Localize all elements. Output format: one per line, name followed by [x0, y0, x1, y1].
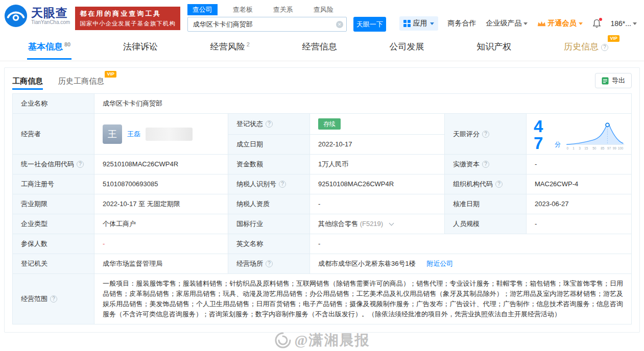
company-type-label: 企业类型 — [13, 214, 94, 234]
help-icon[interactable] — [482, 161, 489, 168]
subtab-business-registration[interactable]: 工商信息 — [12, 69, 43, 92]
search-tabs: 查公司 查老板 查关系 查风险 — [187, 4, 386, 15]
operator-cell: 王 王磊 — [94, 114, 228, 155]
clear-icon[interactable] — [336, 21, 343, 28]
label-text: 组织机构代码 — [453, 180, 493, 188]
label-text: 统一社会信用代码 — [21, 160, 74, 168]
tab-operation-risk[interactable]: 经营风险2 — [209, 39, 251, 60]
registration-number-label: 工商注册号 — [13, 174, 94, 194]
label-text: 人员规模 — [453, 220, 480, 228]
staff-size-label: 人员规模 — [445, 214, 527, 234]
taxpayer-qualification-label: 纳税人资质 — [228, 194, 310, 214]
search-tab-company[interactable]: 查公司 — [187, 4, 218, 15]
slogan-banner: 都在用的商业查询工具 国家中小企业发展子基金旗下机构 — [75, 7, 180, 30]
nav-account[interactable]: 186*... — [611, 19, 637, 28]
tab-operation-info[interactable]: 经营信息 — [301, 39, 338, 60]
tab-company-development[interactable]: 公司发展 — [388, 39, 425, 60]
nav-enterprise-products[interactable]: 企业级产品 — [486, 19, 528, 28]
org-code-label: 组织机构代码 — [445, 174, 527, 194]
tab-basic-info-label: 基本信息 — [28, 42, 63, 52]
help-icon[interactable] — [77, 161, 84, 168]
paid-capital-label: 实缴资本 — [445, 155, 527, 174]
nav-apps-label: 应用 — [413, 19, 427, 28]
english-name-value: - — [310, 234, 632, 254]
svg-text:3: 3 — [579, 146, 581, 149]
insured-count-value: - — [94, 234, 228, 254]
search-block: 查公司 查老板 查关系 查风险 天眼一下 — [187, 4, 386, 32]
tab-operation-risk-count: 2 — [247, 41, 250, 47]
nearby-companies-link[interactable]: 附近公司 — [426, 260, 453, 267]
slogan-line1: 都在用的商业查询工具 — [80, 9, 176, 18]
help-icon[interactable] — [495, 181, 503, 188]
staff-size-value: - — [527, 214, 632, 234]
svg-text:50: 50 — [592, 146, 597, 149]
tab-intellectual-property[interactable]: 知识产权 — [475, 39, 512, 60]
label-text: 经营场所 — [236, 260, 263, 267]
svg-text:97: 97 — [607, 146, 611, 149]
tab-history-info-label: 历史信息 — [564, 42, 599, 52]
export-doc-icon — [602, 77, 609, 85]
expand-chevron-icon[interactable] — [389, 221, 394, 226]
notification-bell-icon[interactable] — [592, 19, 601, 28]
tab-company-development-label: 公司发展 — [389, 42, 424, 52]
help-icon[interactable] — [266, 260, 273, 267]
tab-basic-info-count: 80 — [64, 41, 70, 47]
table-row: 经营范围 一般项目：服装服饰零售；服装辅料销售；针纺织品及原料销售；互联网销售（… — [13, 274, 632, 324]
operator-name-link[interactable]: 王磊 — [127, 129, 140, 139]
tab-legal-litigation[interactable]: 法律诉讼 — [122, 39, 159, 60]
brand-domain: TianYanCha.com — [31, 19, 70, 25]
operator-avatar[interactable]: 王 — [103, 124, 122, 144]
search-button[interactable]: 天眼一下 — [353, 17, 386, 32]
help-icon[interactable] — [601, 44, 608, 51]
search-input[interactable] — [187, 17, 347, 32]
company-section-tabs: 基本信息80 法律诉讼 经营风险2 经营信息 公司发展 知识产权 VIP 历史信… — [0, 39, 644, 61]
tianyancha-logo[interactable]: 天眼查 TianYanCha.com — [4, 4, 70, 28]
business-info-table: 企业名称 成华区卡卡们商贸部 经营者 王 王磊 登记状态 存续 天眼评分 — [12, 93, 632, 324]
label-text: 核准日期 — [453, 200, 480, 208]
registration-authority-value: 成华市场监督管理局 — [94, 254, 228, 274]
search-tab-relation[interactable]: 查关系 — [268, 4, 298, 15]
nav-apps[interactable]: 应用 — [399, 16, 438, 31]
score-marker-dot — [606, 123, 609, 127]
company-name-value: 成华区卡卡们商贸部 — [94, 94, 632, 114]
search-tab-risk[interactable]: 查风险 — [308, 4, 339, 15]
nav-open-vip[interactable]: 开通会员 — [537, 19, 583, 28]
registration-status-label: 登记状态 — [228, 114, 310, 135]
table-row: 参保人数 - 英文名称 - — [13, 234, 632, 254]
score-unit: 分 — [555, 139, 561, 152]
help-icon[interactable] — [482, 131, 489, 138]
label-text: 企业名称 — [21, 99, 47, 107]
tianyan-score-cell[interactable]: 47 分 0 1 3 15 50 — [527, 114, 632, 155]
label-text: 资金数额 — [236, 160, 263, 168]
chevron-down-icon — [523, 22, 528, 27]
help-icon[interactable] — [266, 120, 273, 128]
capital-value: 1万人民币 — [310, 155, 445, 174]
top-nav: 应用 商务合作 企业级产品 开通会员 186*... — [399, 16, 637, 31]
table-row: 企业名称 成华区卡卡们商贸部 — [13, 94, 632, 114]
uscc-label: 统一社会信用代码 — [13, 155, 94, 174]
top-header: 天眼查 TianYanCha.com 都在用的商业查询工具 国家中小企业发展子基… — [0, 0, 644, 33]
business-address-value: 成都市成华区小龙桥东巷36号1楼 附近公司 — [310, 254, 632, 274]
business-scope-value: 一般项目：服装服饰零售；服装辅料销售；针纺织品及原料销售；互联网销售（除销售需要… — [94, 274, 632, 324]
watermark-text: @潇湘晨报 — [294, 331, 370, 350]
search-tab-boss[interactable]: 查老板 — [228, 4, 258, 15]
label-text: 国标行业 — [236, 220, 263, 228]
help-icon[interactable] — [50, 295, 57, 303]
export-button[interactable]: 导出 — [595, 73, 632, 88]
subtab-history-registration[interactable]: 历史工商信息 VIP — [58, 69, 104, 92]
nav-account-label: 186*... — [611, 19, 631, 28]
company-type-value: 个体工商户 — [94, 214, 228, 234]
label-text: 天眼评分 — [453, 130, 480, 138]
label-text: 纳税人资质 — [236, 200, 270, 208]
chevron-down-icon — [633, 22, 637, 27]
score-distribution-chart: 0 1 3 15 50 85 97 99 100 — [565, 119, 627, 151]
tab-basic-info[interactable]: 基本信息80 — [27, 39, 71, 60]
help-icon[interactable] — [279, 181, 286, 188]
tab-history-info[interactable]: VIP 历史信息 — [563, 39, 609, 60]
approval-date-label: 核准日期 — [445, 194, 527, 214]
card-header: 工商信息 历史工商信息 VIP 导出 — [5, 68, 639, 93]
label-text: 登记机关 — [21, 260, 47, 267]
tab-intellectual-property-label: 知识产权 — [476, 42, 511, 52]
nav-business-cooperation[interactable]: 商务合作 — [448, 19, 476, 28]
nav-enterprise-label: 企业级产品 — [486, 19, 522, 28]
